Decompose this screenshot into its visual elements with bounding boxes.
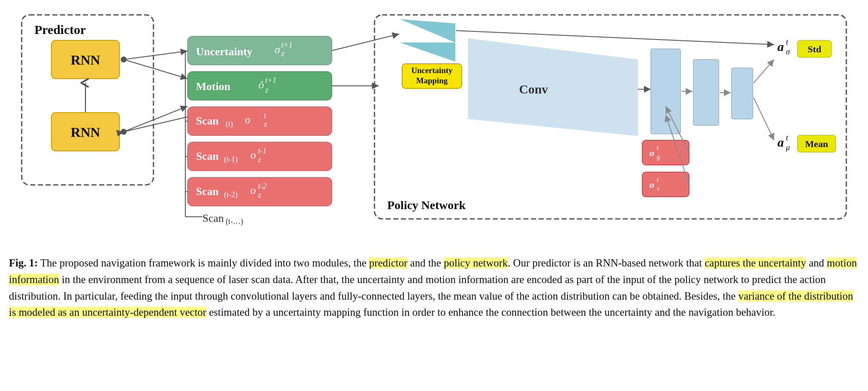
svg-rect-71: [797, 40, 831, 57]
svg-text:Std: Std: [808, 44, 821, 54]
svg-text:z: z: [264, 120, 267, 128]
svg-text:t+1: t+1: [265, 76, 276, 85]
svg-text:(t-2): (t-2): [224, 190, 238, 199]
svg-marker-57: [468, 38, 638, 136]
svg-line-59: [456, 31, 774, 45]
main-container: Predictor RNN RNN: [9, 8, 859, 321]
svg-line-67: [754, 98, 774, 140]
svg-rect-76: [797, 135, 836, 152]
svg-rect-18: [187, 71, 332, 100]
svg-line-12: [124, 117, 187, 132]
svg-point-7: [121, 57, 127, 62]
svg-text:t: t: [264, 111, 267, 120]
svg-text:v: v: [657, 185, 660, 192]
svg-text:(t-…): (t-…): [226, 217, 243, 226]
svg-text:a: a: [777, 135, 784, 149]
svg-line-53: [332, 34, 399, 51]
svg-marker-52: [400, 42, 455, 62]
svg-line-10: [124, 60, 187, 79]
svg-text:o: o: [245, 113, 250, 126]
svg-marker-51: [400, 19, 455, 42]
svg-rect-5: [51, 113, 119, 151]
svg-text:RNN: RNN: [71, 52, 100, 68]
svg-text:ô: ô: [258, 79, 264, 91]
svg-text:t: t: [657, 176, 659, 183]
svg-line-11: [124, 106, 187, 132]
svg-text:g: g: [657, 153, 660, 161]
svg-text:t: t: [657, 144, 659, 151]
svg-point-8: [121, 129, 127, 135]
svg-text:σ: σ: [786, 48, 790, 56]
svg-line-66: [754, 60, 774, 83]
svg-text:o: o: [250, 184, 256, 196]
svg-text:Mapping: Mapping: [416, 76, 448, 85]
caption-text: Fig. 1: The proposed navigation framewor…: [9, 255, 859, 321]
svg-text:(t-1): (t-1): [224, 155, 238, 164]
svg-rect-61: [651, 49, 681, 134]
svg-line-87: [666, 115, 689, 184]
svg-text:Mean: Mean: [805, 139, 828, 149]
svg-text:Scan: Scan: [196, 185, 219, 198]
diagram-area: Predictor RNN RNN: [9, 8, 859, 246]
svg-text:o: o: [650, 147, 654, 158]
caption-fig-label: Fig. 1:: [9, 257, 38, 269]
svg-text:σ: σ: [275, 43, 281, 56]
svg-rect-54: [402, 64, 462, 88]
svg-rect-49: [374, 15, 846, 219]
svg-text:(t): (t): [226, 120, 233, 129]
svg-text:μ: μ: [786, 143, 790, 152]
svg-text:Uncertainty: Uncertainty: [411, 66, 453, 75]
svg-rect-2: [51, 40, 119, 79]
svg-text:Predictor: Predictor: [34, 23, 86, 37]
highlight-policy-network: policy network: [444, 257, 508, 269]
svg-rect-23: [187, 107, 332, 136]
highlight-variance: variance of the distribution is modeled …: [9, 290, 853, 318]
svg-line-9: [124, 51, 187, 60]
svg-text:t: t: [786, 38, 789, 46]
svg-text:z: z: [258, 191, 261, 199]
svg-text:t-2: t-2: [258, 182, 267, 190]
svg-text:Uncertainty: Uncertainty: [196, 45, 252, 58]
svg-text:t: t: [786, 133, 789, 142]
svg-rect-82: [642, 172, 689, 197]
svg-text:Scan: Scan: [196, 150, 219, 162]
svg-text:o: o: [250, 149, 256, 161]
svg-text:Scan: Scan: [196, 115, 219, 127]
svg-text:Policy Network: Policy Network: [387, 198, 466, 212]
highlight-predictor: predictor: [369, 257, 407, 269]
svg-text:t-1: t-1: [258, 147, 267, 155]
svg-rect-29: [187, 142, 332, 171]
svg-text:z: z: [258, 156, 261, 164]
highlight-captures-uncertainty: captures the uncertainty: [705, 257, 806, 269]
svg-text:Conv: Conv: [519, 82, 548, 96]
svg-text:RNN: RNN: [71, 125, 100, 140]
svg-line-86: [666, 106, 689, 153]
svg-rect-63: [732, 68, 753, 119]
svg-text:t+1: t+1: [281, 41, 292, 49]
svg-rect-0: [22, 15, 153, 185]
svg-text:Scan: Scan: [202, 212, 224, 224]
svg-text:o: o: [650, 179, 654, 190]
caption-area: Fig. 1: The proposed navigation framewor…: [9, 255, 859, 321]
svg-text:z: z: [265, 86, 268, 94]
svg-text:a: a: [777, 40, 784, 54]
svg-text:Motion: Motion: [196, 80, 230, 93]
svg-rect-62: [693, 60, 719, 125]
svg-text:z: z: [281, 49, 284, 58]
svg-rect-13: [187, 36, 332, 65]
svg-rect-35: [187, 177, 332, 206]
svg-rect-78: [642, 140, 689, 165]
